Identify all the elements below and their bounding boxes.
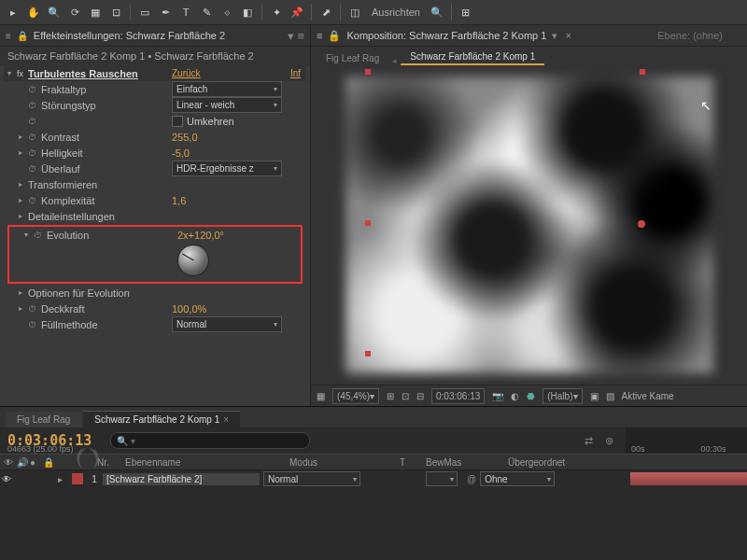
- handle[interactable]: [365, 220, 371, 226]
- puppet-tool[interactable]: ✦: [267, 3, 286, 21]
- reset-link[interactable]: Zurück: [172, 68, 201, 78]
- stopwatch-icon[interactable]: ⏱: [28, 148, 41, 158]
- search-icon[interactable]: 🔍: [428, 3, 446, 21]
- viewer-icon[interactable]: ⊟: [416, 391, 424, 401]
- stopwatch-icon[interactable]: ⏱: [34, 231, 47, 240]
- info-link[interactable]: Inf: [290, 68, 301, 78]
- time-ruler[interactable]: 00s 00:30s: [626, 427, 747, 454]
- pickwhip-icon[interactable]: @: [467, 474, 476, 484]
- layer-name[interactable]: [Schwarz Farbfläche 2]: [103, 473, 260, 485]
- komplexitat-value[interactable]: 1,6: [172, 195, 186, 206]
- evolution-dial[interactable]: [177, 245, 209, 276]
- stopwatch-icon[interactable]: ⏱: [28, 117, 41, 126]
- region-icon[interactable]: ▣: [590, 391, 599, 401]
- stopwatch-icon[interactable]: ⏱: [28, 320, 41, 329]
- anchor-point[interactable]: [638, 220, 645, 228]
- handle[interactable]: [640, 69, 645, 75]
- search-input[interactable]: 🔍 ▾: [110, 432, 310, 449]
- col-parent: Übergeordnet: [504, 457, 605, 468]
- pin-tool[interactable]: 📌: [288, 3, 306, 21]
- current-time[interactable]: 0:03:06:13: [431, 388, 485, 404]
- stopwatch-icon[interactable]: ⏱: [28, 133, 41, 142]
- snap-icon[interactable]: ◫: [345, 3, 364, 21]
- panel-dropdown-icon[interactable]: ▾ ≡: [288, 29, 304, 43]
- layer-label: Ebene: (ohne): [657, 30, 723, 41]
- prop-umkehren: ⏱Umkehren: [4, 113, 306, 129]
- effect-header[interactable]: ▾ fx Turbulentes Rauschen Zurück Inf: [4, 65, 306, 81]
- prop-evolution: ▾⏱Evolution2x+120,0°: [9, 227, 301, 243]
- evolution-highlight: ▾⏱Evolution2x+120,0°: [7, 225, 303, 284]
- lock-icon[interactable]: 🔒: [17, 31, 28, 41]
- local-axis-icon[interactable]: ⬈: [317, 3, 335, 21]
- property-table: ▾ fx Turbulentes Rauschen Zurück Inf ⏱Fr…: [0, 65, 310, 406]
- timeline-tab-2[interactable]: Schwarz Farbfläche 2 Komp 1×: [83, 411, 240, 427]
- stopwatch-icon[interactable]: ⏱: [28, 85, 41, 94]
- close-icon[interactable]: ×: [223, 414, 229, 425]
- eraser-tool[interactable]: ◧: [238, 3, 257, 21]
- layer-row[interactable]: 👁 ▸ 1 [Schwarz Farbfläche 2] Normal @ Oh…: [0, 470, 747, 487]
- handle[interactable]: [365, 69, 371, 75]
- trackmatte-dropdown[interactable]: [426, 471, 458, 486]
- tab-comp[interactable]: Schwarz Farbfläche 2 Komp 1: [401, 49, 544, 65]
- helligkeit-value[interactable]: -5,0: [172, 147, 190, 159]
- viewer-title-dropdown-icon[interactable]: ▾: [552, 30, 557, 42]
- stopwatch-icon[interactable]: ⏱: [28, 164, 41, 174]
- viewer-icon[interactable]: ⊞: [387, 391, 394, 401]
- transparency-icon[interactable]: ▨: [606, 391, 614, 401]
- handle[interactable]: [365, 351, 371, 357]
- prop-transformieren[interactable]: ▸Transformieren: [4, 176, 306, 192]
- channel-icon[interactable]: ◐: [511, 391, 519, 401]
- eye-icon[interactable]: 👁: [4, 457, 17, 468]
- stopwatch-icon[interactable]: ⏱: [28, 101, 41, 110]
- tl-icon[interactable]: ⇄: [581, 435, 596, 447]
- kontrast-value[interactable]: 255,0: [172, 132, 198, 143]
- panel-menu-icon[interactable]: ≡: [6, 31, 11, 41]
- shape-tool[interactable]: ▭: [135, 3, 154, 21]
- prop-detail[interactable]: ▸Detaileinstellungen: [4, 208, 306, 224]
- stopwatch-icon[interactable]: ⏱: [28, 304, 41, 314]
- magnification[interactable]: (45,4%) ▾: [332, 388, 379, 404]
- selection-tool[interactable]: ▸: [4, 3, 22, 21]
- camera-tool[interactable]: ▦: [86, 3, 105, 21]
- layer-bar[interactable]: [630, 472, 747, 485]
- stamp-tool[interactable]: ⟐: [218, 3, 236, 21]
- snapshot-icon[interactable]: 📷: [492, 391, 503, 401]
- rotate-tool[interactable]: ⟳: [65, 3, 84, 21]
- close-icon[interactable]: ×: [565, 30, 571, 41]
- tab-figleaf[interactable]: Fig Leaf Rag: [317, 51, 388, 65]
- pen-tool[interactable]: ✒: [156, 3, 175, 21]
- anchor-tool[interactable]: ⊡: [106, 3, 125, 21]
- blend-mode-dropdown[interactable]: Normal: [263, 471, 360, 486]
- fraktaltyp-dropdown[interactable]: Einfach: [172, 81, 282, 97]
- prop-helligkeit: ▸⏱Helligkeit-5,0: [4, 145, 306, 161]
- workspace-icon[interactable]: ⊞: [457, 3, 475, 21]
- prop-kontrast: ▸⏱Kontrast255,0: [4, 129, 306, 145]
- col-modus: Modus: [286, 457, 396, 468]
- umkehren-checkbox[interactable]: Umkehren: [172, 116, 234, 127]
- grid-icon[interactable]: ▦: [317, 391, 325, 401]
- speaker-icon[interactable]: 🔊: [17, 457, 30, 468]
- zoom-tool[interactable]: 🔍: [45, 3, 63, 21]
- evolution-value[interactable]: 2x+120,0°: [177, 230, 224, 241]
- storungstyp-dropdown[interactable]: Linear - weich: [172, 97, 282, 113]
- type-tool[interactable]: T: [176, 3, 195, 21]
- timeline-header: 0:03:06:13 04663 (25.00 fps) 🔍 ▾ ⇄ ⊚ ▦ ◐…: [0, 427, 747, 454]
- fullmethode-dropdown[interactable]: Normal: [172, 316, 282, 332]
- visibility-toggle[interactable]: 👁: [0, 474, 13, 484]
- resolution[interactable]: (Halb) ▾: [543, 388, 582, 404]
- prop-evo-options[interactable]: ▸Optionen für Evolution: [4, 285, 306, 301]
- brush-tool[interactable]: ✎: [197, 3, 216, 21]
- stopwatch-icon[interactable]: ⏱: [28, 196, 41, 205]
- lock-icon[interactable]: 🔒: [328, 30, 341, 42]
- hand-tool[interactable]: ✋: [24, 3, 43, 21]
- camera-label[interactable]: Aktive Kame: [622, 391, 674, 401]
- uberlauf-dropdown[interactable]: HDR-Ergebnisse z: [172, 161, 282, 176]
- color-icon[interactable]: ⬣: [527, 391, 535, 401]
- tl-icon[interactable]: ⊚: [601, 435, 616, 447]
- panel-menu-icon[interactable]: ≡: [317, 30, 322, 41]
- parent-dropdown[interactable]: Ohne: [480, 471, 555, 486]
- timeline-tab-1[interactable]: Fig Leaf Rag: [6, 412, 81, 427]
- viewer-icon[interactable]: ⊡: [402, 391, 409, 401]
- deckkraft-value[interactable]: 100,0%: [172, 303, 206, 315]
- canvas[interactable]: [311, 65, 747, 385]
